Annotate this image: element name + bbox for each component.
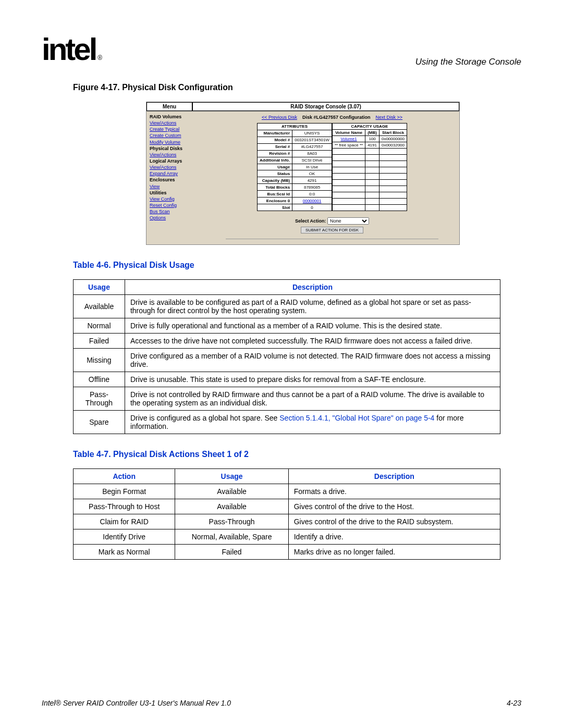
footer-left: Intel® Server RAID Controller U3-1 User'… — [42, 699, 231, 707]
menu-header: Menu — [146, 102, 192, 111]
sidebar-link[interactable]: View — [150, 183, 202, 190]
sidebar-link[interactable]: Options — [150, 215, 202, 221]
prev-disk-link[interactable]: << Previous Disk — [262, 115, 297, 120]
sidebar-link[interactable]: View Config — [150, 196, 202, 202]
sidebar-link[interactable]: Reset Config — [150, 202, 202, 208]
select-action-label: Select Action: — [295, 218, 326, 224]
sidebar-header: Enclosures — [150, 177, 202, 183]
sidebar-link[interactable]: View/Actions — [150, 164, 202, 170]
page-header: intel ® Using the Storage Console — [42, 31, 521, 67]
chapter-title: Using the Storage Console — [415, 57, 521, 67]
table-4-7-caption: Table 4-7. Physical Disk Actions Sheet 1… — [73, 450, 521, 459]
divider — [226, 239, 438, 239]
sidebar-link[interactable]: Bus Scan — [150, 208, 202, 215]
sidebar-link[interactable]: Expand Array — [150, 170, 202, 177]
sidebar-header: RAID Volumes — [150, 114, 202, 120]
sidebar-link[interactable]: Create Typical — [150, 126, 202, 132]
registered-mark: ® — [97, 54, 100, 61]
raid-console-screenshot: Menu RAID Storage Console (3.07) RAID Vo… — [146, 102, 460, 245]
attributes-table: ATTRIBUTESManufacturerUNISYSModel #00320… — [257, 123, 332, 211]
disk-nav: << Previous Disk Disk #LG427557 Configur… — [210, 115, 454, 120]
sidebar-link[interactable]: View/Actions — [150, 120, 202, 126]
console-title: RAID Storage Console (3.07) — [192, 102, 459, 111]
sidebar-link[interactable]: Create Custom — [150, 132, 202, 139]
table-4-6-caption: Table 4-6. Physical Disk Usage — [73, 261, 521, 270]
physical-disk-actions-table: ActionUsageDescriptionBegin FormatAvaila… — [73, 468, 500, 560]
sidebar-link[interactable]: View/Actions — [150, 152, 202, 158]
disk-config-title: Disk #LG427557 Configuration — [302, 115, 371, 120]
next-disk-link[interactable]: Next Disk >> — [376, 115, 403, 120]
page-footer: Intel® Server RAID Controller U3-1 User'… — [42, 699, 521, 707]
physical-disk-usage-table: UsageDescriptionAvailableDrive is availa… — [73, 279, 500, 434]
intel-logo: intel ® — [42, 31, 100, 67]
sidebar-header: Logical Arrays — [150, 158, 202, 164]
logo-text: intel — [42, 31, 95, 67]
sidebar-header: Utilities — [150, 190, 202, 196]
figure-caption: Figure 4-17. Physical Disk Configuration — [73, 83, 521, 92]
sidebar-header: Physical Disks — [150, 145, 202, 152]
action-select[interactable]: None — [327, 217, 369, 225]
sidebar-link[interactable]: Modify Volume — [150, 139, 202, 145]
submit-action-button[interactable]: SUBMIT ACTION FOR DISK — [301, 227, 363, 233]
footer-right: 4-23 — [507, 699, 521, 707]
capacity-table: CAPACITY USAGEVolume Name(MB)Start Block… — [332, 123, 407, 211]
sidebar: RAID VolumesView/ActionsCreate TypicalCr… — [146, 112, 205, 244]
